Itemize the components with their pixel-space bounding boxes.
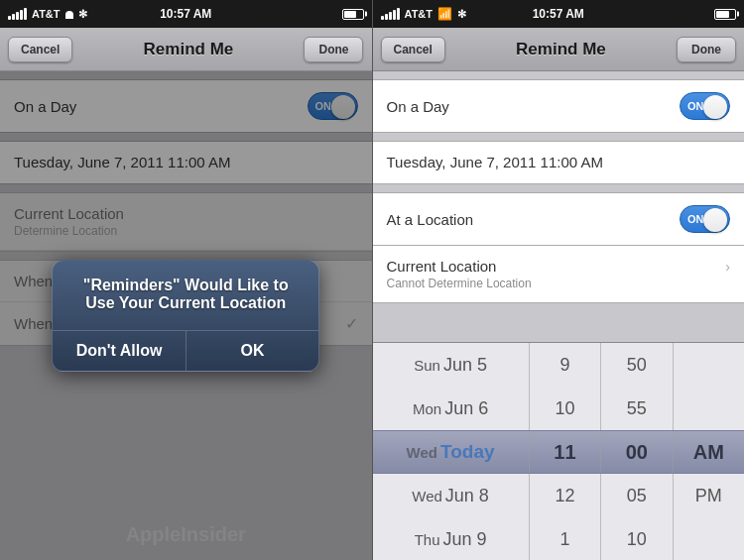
right-at-location-row[interactable]: At a Location ON xyxy=(373,193,745,245)
picker-row-2-date: Wed Today xyxy=(373,430,529,474)
right-nav-bar: Cancel Remind Me Done xyxy=(373,28,745,71)
left-alert-buttons: Don't Allow OK xyxy=(53,330,318,371)
right-at-location-label: At a Location xyxy=(387,211,474,228)
picker-row-0-date: Sun Jun 5 xyxy=(373,343,529,387)
right-status-bar: AT&T 📶 ✻ 10:57 AM xyxy=(373,0,745,28)
left-alert-content: "Reminders" Would Like to Use Your Curre… xyxy=(53,261,318,330)
left-ok-button[interactable]: OK xyxy=(186,331,319,371)
left-content: On a Day ON Tuesday, June 7, 2011 11:00 … xyxy=(0,71,372,560)
right-carrier: AT&T xyxy=(405,8,434,20)
right-toggle-on-text: ON xyxy=(687,100,704,112)
right-at-location-knob xyxy=(703,208,727,232)
right-location-main: Current Location xyxy=(387,258,497,275)
right-on-a-day-row[interactable]: On a Day ON xyxy=(373,80,745,132)
picker-row-0-ampm xyxy=(674,343,744,387)
picker-row-1-min: 55 xyxy=(601,387,672,430)
picker-row-0-min: 50 xyxy=(601,343,672,387)
picker-row-3-min: 05 xyxy=(601,474,672,517)
right-picker-minute-col[interactable]: 50 55 00 05 10 xyxy=(601,343,673,560)
picker-row-1-date: Mon Jun 6 xyxy=(373,387,529,430)
left-nav-title: Remind Me xyxy=(144,40,234,59)
picker-row-4-hour: 1 xyxy=(530,517,600,560)
right-battery-icon xyxy=(714,9,736,20)
right-on-a-day-section: On a Day ON xyxy=(373,79,745,133)
right-toggle-knob xyxy=(703,95,727,119)
left-nav-bar: Cancel Remind Me Done xyxy=(0,28,372,71)
right-carrier-signal: AT&T 📶 ✻ xyxy=(381,7,490,21)
picker-row-4-min: 10 xyxy=(601,517,672,560)
right-signal-icon xyxy=(381,8,400,20)
notification-icon: ✻ xyxy=(78,8,87,21)
right-notification-icon: ✻ xyxy=(457,8,466,21)
right-date-text: Tuesday, June 7, 2011 11:00 AM xyxy=(387,154,603,170)
left-phone: AT&T ✻ 10:57 AM Cancel Remind Me xyxy=(0,0,372,560)
picker-row-1-ampm xyxy=(674,387,744,430)
right-picker-ampm-col[interactable]: AM PM xyxy=(674,343,744,560)
right-location-row[interactable]: Current Location › Cannot Determine Loca… xyxy=(373,246,745,302)
right-on-a-day-label: On a Day xyxy=(387,98,449,115)
right-wifi-icon: 📶 xyxy=(437,7,452,21)
left-battery-area xyxy=(255,9,364,20)
left-dont-allow-button[interactable]: Don't Allow xyxy=(53,331,186,371)
picker-row-3-ampm: PM xyxy=(674,474,744,517)
right-picker-columns: Sun Jun 5 Mon Jun 6 Wed Today xyxy=(373,343,745,560)
picker-row-2-min: 00 xyxy=(601,430,672,474)
right-at-location-toggle-text: ON xyxy=(687,213,704,225)
signal-icon xyxy=(8,8,27,20)
picker-row-4-ampm xyxy=(674,517,744,560)
right-chevron-icon: › xyxy=(725,259,730,275)
right-time: 10:57 AM xyxy=(490,7,628,21)
left-alert-box: "Reminders" Would Like to Use Your Curre… xyxy=(52,260,319,372)
picker-row-0-hour: 9 xyxy=(530,343,600,387)
right-at-location-section: At a Location ON xyxy=(373,192,745,246)
left-battery-icon xyxy=(342,9,364,20)
left-carrier-signal: AT&T ✻ xyxy=(8,8,117,21)
right-date-row[interactable]: Tuesday, June 7, 2011 11:00 AM xyxy=(373,141,745,184)
right-at-location-toggle[interactable]: ON xyxy=(680,205,730,233)
right-location-section: Current Location › Cannot Determine Loca… xyxy=(373,246,745,303)
left-alert-overlay: "Reminders" Would Like to Use Your Curre… xyxy=(0,71,372,560)
right-phone: AT&T 📶 ✻ 10:57 AM Cancel Remind Me Done xyxy=(373,0,745,560)
wifi-icon xyxy=(65,9,73,19)
left-time: 10:57 AM xyxy=(117,7,255,21)
picker-row-4-date: Thu Jun 9 xyxy=(373,517,529,560)
left-carrier: AT&T xyxy=(32,8,61,20)
right-battery-area xyxy=(627,9,736,20)
picker-row-2-hour: 11 xyxy=(530,430,600,474)
left-done-button[interactable]: Done xyxy=(304,37,363,62)
right-nav-title: Remind Me xyxy=(516,40,606,59)
right-cancel-button[interactable]: Cancel xyxy=(381,37,445,62)
picker-row-3-hour: 12 xyxy=(530,474,600,517)
right-date-picker[interactable]: Sun Jun 5 Mon Jun 6 Wed Today xyxy=(373,342,745,560)
right-content: On a Day ON Tuesday, June 7, 2011 11:00 … xyxy=(373,71,745,560)
left-status-bar: AT&T ✻ 10:57 AM xyxy=(0,0,372,28)
left-cancel-button[interactable]: Cancel xyxy=(8,37,72,62)
picker-row-2-ampm: AM xyxy=(674,430,744,474)
picker-row-3-date: Wed Jun 8 xyxy=(373,474,529,517)
left-alert-title: "Reminders" Would Like to Use Your Curre… xyxy=(68,277,303,312)
right-picker-date-col[interactable]: Sun Jun 5 Mon Jun 6 Wed Today xyxy=(373,343,530,560)
right-on-a-day-toggle[interactable]: ON xyxy=(680,92,730,120)
right-done-button[interactable]: Done xyxy=(677,37,736,62)
right-location-sub: Cannot Determine Location xyxy=(387,277,532,290)
picker-row-1-hour: 10 xyxy=(530,387,600,430)
right-picker-hour-col[interactable]: 9 10 11 12 1 xyxy=(530,343,601,560)
